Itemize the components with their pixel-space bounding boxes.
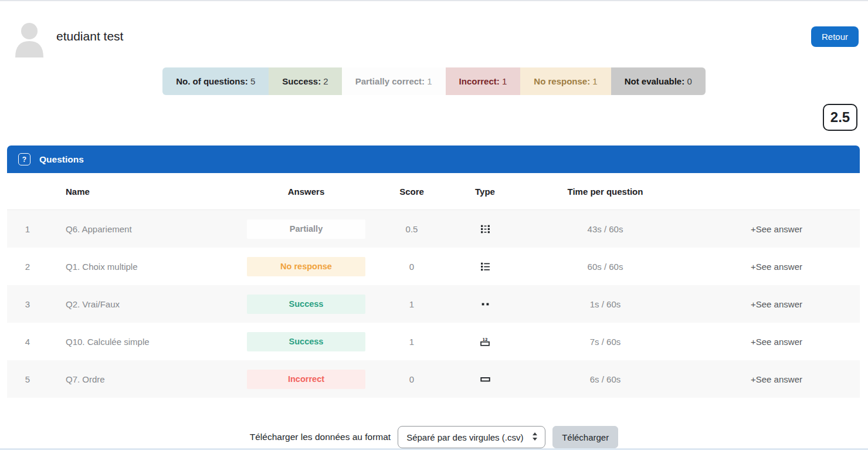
column-header-name: Name — [48, 187, 242, 197]
badge-label: Success: — [282, 76, 321, 86]
time-per-question: 7s / 60s — [517, 337, 693, 347]
questions-panel-header: Questions — [7, 146, 860, 173]
badge-partially-correct: Partially correct: 1 — [342, 67, 446, 95]
row-number: 2 — [7, 262, 48, 272]
badge-no-response: No response: 1 — [520, 67, 611, 95]
badge-label: No. of questions: — [176, 76, 248, 86]
see-answer-link[interactable]: +See answer — [693, 374, 860, 384]
score-value: 1 — [371, 299, 453, 309]
status-badge: Success — [247, 295, 365, 314]
answers-cell: No response — [242, 257, 371, 276]
type-cell — [453, 299, 517, 310]
type-cell — [453, 261, 517, 272]
badge-value: 1 — [592, 76, 597, 86]
summary-badges: No. of questions: 5 Success: 2 Partially… — [0, 67, 868, 95]
avatar — [8, 15, 50, 57]
badge-value: 1 — [502, 76, 507, 86]
table-body: 1 Q6. Appariement Partially 0.5 — [7, 210, 860, 398]
question-name: Q1. Choix multiple — [48, 262, 242, 272]
score-value: 1 — [371, 337, 453, 347]
badge-label: Partially correct: — [355, 76, 425, 86]
download-format-label: Télécharger les données au format — [250, 432, 391, 442]
badge-value: 5 — [250, 76, 255, 86]
score-value: 0 — [371, 374, 453, 384]
time-per-question: 6s / 60s — [517, 374, 693, 384]
table-row: 1 Q6. Appariement Partially 0.5 — [7, 210, 860, 248]
time-per-question: 1s / 60s — [517, 299, 693, 309]
type-cell — [453, 374, 517, 385]
multiple-choice-icon — [480, 262, 490, 272]
type-cell — [453, 224, 517, 235]
badge-label: Not evaluable: — [625, 76, 685, 86]
download-button[interactable]: Télécharger — [552, 426, 618, 448]
badge-label: Incorrect: — [459, 76, 500, 86]
person-icon — [8, 15, 50, 57]
type-cell: 12 — [453, 336, 517, 347]
see-answer-link[interactable]: +See answer — [693, 299, 860, 309]
question-name: Q6. Appariement — [48, 224, 242, 234]
see-answer-link[interactable]: +See answer — [693, 337, 860, 347]
grade-box: 2.5 — [823, 104, 857, 131]
user-info: etudiant test — [8, 15, 123, 57]
status-badge: No response — [247, 257, 365, 276]
results-page: etudiant test Retour No. of questions: 5… — [0, 0, 868, 450]
column-header-score: Score — [371, 187, 453, 197]
badge-incorrect: Incorrect: 1 — [446, 67, 521, 95]
calculated-icon: 12 — [480, 337, 490, 347]
ordering-icon — [480, 374, 490, 384]
top-bar: etudiant test Retour — [0, 1, 868, 57]
answers-cell: Incorrect — [242, 370, 371, 389]
column-header-type: Type — [453, 187, 517, 197]
grade-row: 2.5 — [0, 104, 868, 131]
table-row: 3 Q2. Vrai/Faux Success 1 1s / 60s +See … — [7, 285, 860, 323]
status-badge: Success — [247, 332, 365, 351]
column-header-answers: Answers — [242, 187, 371, 197]
time-per-question: 43s / 60s — [517, 224, 693, 234]
user-name: etudiant test — [56, 29, 123, 43]
table-row: 4 Q10. Calculée simple Success 1 12 7s /… — [7, 323, 860, 360]
answers-cell: Success — [242, 295, 371, 314]
see-answer-link[interactable]: +See answer — [693, 224, 860, 234]
true-false-icon — [480, 299, 490, 309]
table-row: 5 Q7. Ordre Incorrect 0 6s / 60s +See an… — [7, 360, 860, 398]
status-badge: Incorrect — [247, 370, 365, 389]
table-row: 2 Q1. Choix multiple No response 0 — [7, 248, 860, 285]
back-button[interactable]: Retour — [811, 26, 859, 47]
row-number: 4 — [7, 337, 48, 347]
badge-label: No response: — [534, 76, 590, 86]
badge-no-of-questions: No. of questions: 5 — [162, 67, 269, 95]
answers-cell: Partially — [242, 219, 371, 239]
badge-success: Success: 2 — [269, 67, 341, 95]
answers-cell: Success — [242, 332, 371, 351]
time-per-question: 60s / 60s — [517, 262, 693, 272]
badge-value: 2 — [323, 76, 328, 86]
row-number: 5 — [7, 374, 48, 384]
row-number: 3 — [7, 299, 48, 309]
badge-value: 0 — [687, 76, 691, 86]
question-mark-icon — [18, 153, 30, 165]
badge-not-evaluable: Not evaluable: 0 — [611, 67, 706, 95]
select-arrows-icon — [532, 432, 538, 442]
download-section: Télécharger les données au format Séparé… — [0, 426, 868, 448]
table-header-row: Name Answers Score Type Time per questio… — [7, 173, 860, 210]
format-selected-option: Séparé par des virgules (.csv) — [406, 432, 523, 442]
see-answer-link[interactable]: +See answer — [693, 262, 860, 272]
format-select[interactable]: Séparé par des virgules (.csv) — [398, 426, 545, 448]
panel-title: Questions — [39, 154, 84, 165]
matching-icon — [480, 224, 490, 234]
status-badge: Partially — [247, 219, 365, 239]
score-value: 0.5 — [371, 224, 453, 234]
badge-value: 1 — [427, 76, 432, 86]
row-number: 1 — [7, 224, 48, 234]
questions-panel: Questions Name Answers Score Type Time p… — [7, 146, 860, 398]
question-name: Q7. Ordre — [48, 374, 242, 384]
question-name: Q10. Calculée simple — [48, 337, 242, 347]
score-value: 0 — [371, 262, 453, 272]
column-header-time: Time per question — [517, 187, 693, 197]
question-name: Q2. Vrai/Faux — [48, 299, 242, 309]
